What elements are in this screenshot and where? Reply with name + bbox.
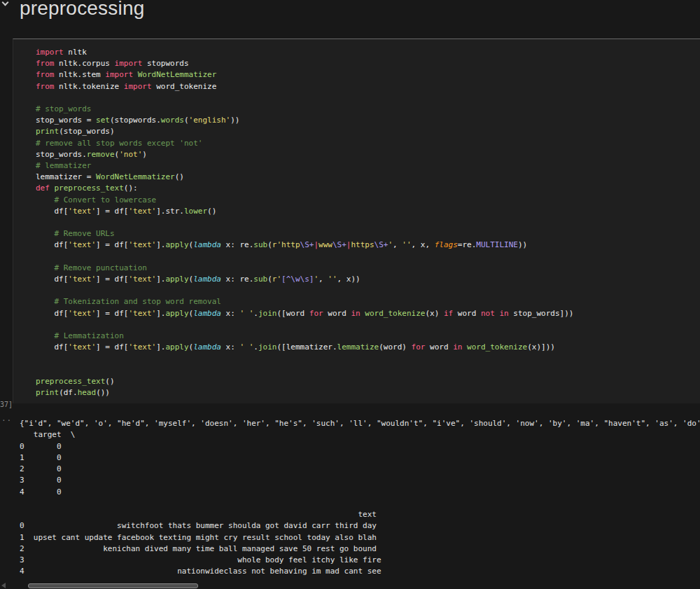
code-line: import nltk [36,47,700,58]
code-line: stop_words = set(stopwords.words('englis… [36,115,700,126]
code-line: stop_words.remove('not') [36,149,700,160]
code-line [36,319,700,331]
code-line: print(df.head()) [36,387,700,399]
code-line: from nltk.tokenize import word_tokenize [36,81,700,92]
code-line [36,353,700,364]
output-line: text [20,509,700,520]
code-line [36,217,700,228]
code-line: lemmatizer = WordNetLemmatizer() [36,172,700,183]
output-gutter-dots[interactable]: ·· [1,416,12,425]
code-line: df['text'] = df['text'].str.lower() [36,206,700,217]
code-editor[interactable]: import nltkfrom nltk.corpus import stopw… [13,39,700,399]
output-line: 4 0 [20,487,700,498]
code-line: # Tokenization and stop word removal [36,296,700,307]
output-line: 1 upset cant update facebook texting mig… [20,532,700,543]
output-area: ·· {"i'd", "we'd", 'o', "he'd", 'myself'… [0,415,700,581]
code-line: df['text'] = df['text'].apply(lambda x: … [36,342,700,353]
code-line [36,92,700,104]
code-line: # stop_words [36,104,700,115]
scrollbar-thumb[interactable] [28,583,198,588]
execution-count: 37] [0,401,13,408]
code-line: # Lemmatization [36,331,700,342]
output-line: 3 0 [20,475,700,486]
code-line [36,365,700,376]
scrollbar-left-arrow-icon[interactable] [1,583,6,588]
code-line: df['text'] = df['text'].apply(lambda x: … [36,308,700,319]
output-line: 2 kenichan dived many time ball managed … [20,543,700,555]
output-line: target \ [20,429,700,441]
horizontal-scrollbar[interactable] [0,582,700,589]
code-line: # Remove punctuation [36,263,700,274]
code-line: # remove all stop words except 'not' [36,138,700,149]
markdown-heading: preprocessing [20,0,144,20]
code-line: def preprocess_text(): [36,183,700,194]
output-line: 3 whole body feel itchy like fire [20,555,700,566]
code-line [36,251,700,263]
code-line: df['text'] = df['text'].apply(lambda x: … [36,240,700,251]
notebook-page: preprocessing import nltkfrom nltk.corpu… [0,0,700,589]
output-line [20,498,700,509]
output-line: 0 switchfoot thats bummer shoulda got da… [20,520,700,532]
output-line: 0 0 [20,441,700,452]
code-cell[interactable]: import nltkfrom nltk.corpus import stopw… [13,39,700,403]
code-line: # Remove URLs [36,228,700,240]
output-line: 4 nationwideclass not behaving im mad ca… [20,566,700,577]
output-text: {"i'd", "we'd", 'o', "he'd", 'myself', '… [0,415,700,578]
code-line: # lemmatizer [36,160,700,172]
code-line: from nltk.corpus import stopwords [36,58,700,69]
output-line: 1 0 [20,452,700,464]
code-line: from nltk.stem import WordNetLemmatizer [36,69,700,81]
code-line: # Convert to lowercase [36,195,700,206]
output-line: {"i'd", "we'd", 'o', "he'd", 'myself', '… [20,418,700,429]
collapse-chevron-icon[interactable] [2,0,8,6]
code-line [36,285,700,296]
code-line: df['text'] = df['text'].apply(lambda x: … [36,274,700,285]
code-line: preprocess_text() [36,376,700,387]
code-line: print(stop_words) [36,126,700,137]
output-line: 2 0 [20,464,700,475]
